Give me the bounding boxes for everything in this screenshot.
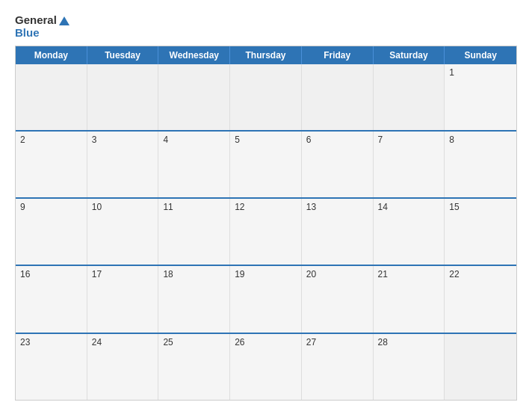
calendar-row: 1 [16, 64, 516, 130]
calendar-cell [158, 64, 230, 130]
day-number: 12 [235, 202, 297, 212]
calendar-cell: 17 [87, 266, 159, 332]
calendar-cell [374, 64, 445, 130]
day-number: 11 [163, 202, 225, 212]
header: General Blue [15, 13, 517, 40]
logo-blue-text: Blue [15, 27, 40, 40]
calendar-cell: 22 [445, 266, 516, 332]
calendar-cell [445, 334, 516, 400]
calendar-body: 1234567891011121314151617181920212223242… [16, 64, 516, 401]
day-number: 1 [449, 67, 512, 78]
day-number: 14 [378, 202, 440, 212]
calendar-row: 2345678 [16, 130, 516, 197]
day-number: 4 [163, 135, 225, 145]
day-number: 22 [449, 269, 512, 279]
day-number: 7 [378, 135, 440, 145]
calendar-cell: 12 [230, 199, 302, 265]
calendar-cell: 20 [302, 266, 374, 332]
calendar-cell: 10 [87, 199, 159, 265]
calendar-cell: 3 [87, 132, 159, 197]
calendar-cell: 25 [158, 334, 230, 400]
day-number: 6 [306, 135, 368, 145]
calendar-cell: 8 [445, 132, 516, 197]
calendar-row: 232425262728 [16, 333, 516, 400]
calendar-cell: 21 [374, 266, 445, 332]
calendar-cell: 1 [445, 64, 516, 130]
day-number: 8 [449, 135, 512, 145]
calendar: MondayTuesdayWednesdayThursdayFridaySatu… [15, 46, 517, 401]
logo-top-row: General [15, 13, 69, 27]
calendar-cell: 16 [16, 266, 87, 332]
day-number: 20 [306, 269, 368, 279]
calendar-cell: 5 [230, 132, 302, 197]
calendar-header-cell: Monday [16, 46, 87, 64]
day-number: 2 [20, 135, 82, 145]
day-number: 21 [378, 269, 440, 279]
day-number: 24 [92, 337, 154, 347]
calendar-header-cell: Saturday [374, 46, 445, 64]
day-number: 16 [20, 269, 82, 279]
calendar-cell: 13 [302, 199, 374, 265]
calendar-cell [87, 64, 159, 130]
calendar-header-cell: Sunday [445, 46, 516, 64]
calendar-row: 9101112131415 [16, 197, 516, 265]
calendar-cell: 24 [87, 334, 159, 400]
calendar-cell: 11 [158, 199, 230, 265]
calendar-cell: 14 [374, 199, 445, 265]
calendar-cell: 2 [16, 132, 87, 197]
day-number: 5 [235, 135, 297, 145]
calendar-cell: 9 [16, 199, 87, 265]
logo: General Blue [15, 13, 69, 40]
calendar-cell: 26 [230, 334, 302, 400]
page: General Blue MondayTuesdayWednesdayThurs… [0, 0, 532, 411]
day-number: 9 [20, 202, 82, 212]
logo-general-text: General [15, 13, 57, 26]
calendar-cell [230, 64, 302, 130]
day-number: 17 [92, 269, 154, 279]
calendar-header-cell: Thursday [230, 46, 302, 64]
day-number: 3 [92, 135, 154, 145]
calendar-cell: 7 [374, 132, 445, 197]
calendar-cell: 28 [374, 334, 445, 400]
calendar-header-cell: Friday [302, 46, 374, 64]
calendar-header-cell: Tuesday [87, 46, 159, 64]
day-number: 25 [163, 337, 225, 347]
calendar-cell: 4 [158, 132, 230, 197]
day-number: 26 [235, 337, 297, 347]
day-number: 18 [163, 269, 225, 279]
calendar-cell: 23 [16, 334, 87, 400]
calendar-cell: 27 [302, 334, 374, 400]
day-number: 23 [20, 337, 82, 347]
calendar-cell: 19 [230, 266, 302, 332]
day-number: 28 [378, 337, 440, 347]
logo-triangle-icon [59, 16, 69, 25]
calendar-cell: 15 [445, 199, 516, 265]
calendar-header: MondayTuesdayWednesdayThursdayFridaySatu… [16, 46, 516, 64]
day-number: 27 [306, 337, 368, 347]
day-number: 19 [235, 269, 297, 279]
calendar-cell [16, 64, 87, 130]
calendar-row: 16171819202122 [16, 265, 516, 332]
day-number: 15 [449, 202, 512, 212]
calendar-cell: 6 [302, 132, 374, 197]
calendar-cell: 18 [158, 266, 230, 332]
day-number: 13 [306, 202, 368, 212]
calendar-header-cell: Wednesday [158, 46, 230, 64]
day-number: 10 [92, 202, 154, 212]
calendar-cell [302, 64, 374, 130]
